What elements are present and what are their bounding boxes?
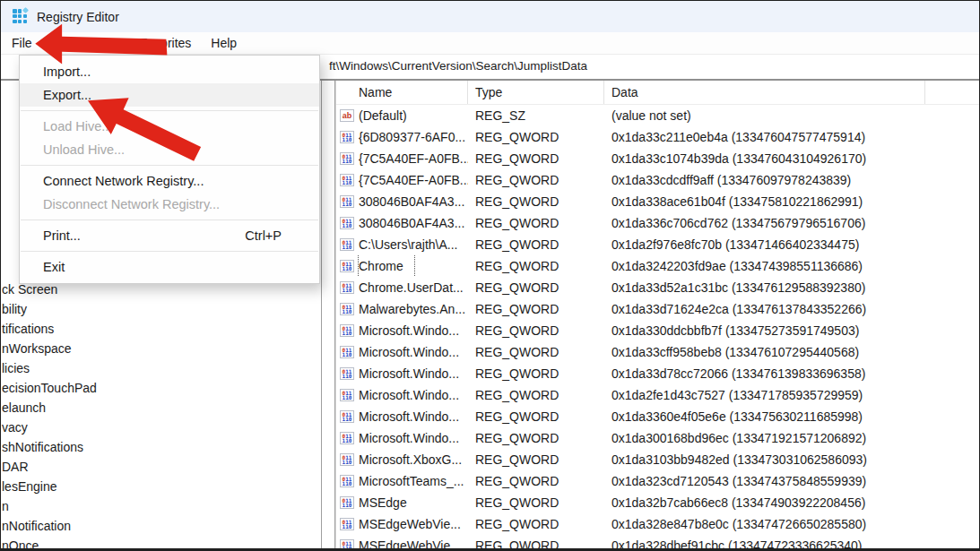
menu-item-shortcut: Ctrl+P bbox=[245, 224, 282, 247]
binary-value-icon: 011110 bbox=[340, 432, 354, 444]
value-type: REG_QWORD bbox=[468, 234, 604, 255]
tree-item[interactable]: ecisionTouchPad bbox=[2, 378, 97, 398]
value-name: Malwarebytes.An... bbox=[359, 298, 465, 320]
tree-item[interactable]: nWorkspace bbox=[2, 339, 97, 358]
tree-item[interactable]: bility bbox=[2, 299, 97, 319]
tree-item[interactable]: DAR bbox=[2, 457, 97, 477]
table-row[interactable]: 011110 Microsoft.Windo... REG_QWORD 0x1d… bbox=[336, 320, 979, 341]
value-data: 0x1da3360e4f05e6e (133475630211685998) bbox=[604, 406, 979, 427]
value-type: REG_QWORD bbox=[468, 470, 604, 492]
panel-splitter[interactable] bbox=[321, 81, 335, 548]
value-data: 0x1da33cdcdff9aff (133476097978243839) bbox=[604, 169, 979, 191]
binary-value-icon: 011110 bbox=[340, 152, 354, 165]
table-row[interactable]: 011110 Microsoft.XboxG... REG_QWORD 0x1d… bbox=[336, 449, 979, 470]
table-row[interactable]: 011110 {7C5A40EF-A0FB... REG_QWORD 0x1da… bbox=[336, 148, 979, 169]
binary-value-icon: 011110 bbox=[340, 260, 354, 272]
value-data: 0x1da33cff958beb8 (133476107295440568) bbox=[604, 341, 979, 363]
menu-item-label: Connect Network Registry... bbox=[43, 169, 204, 193]
value-name: Microsoft.Windo... bbox=[359, 384, 459, 406]
tree-item[interactable]: nOnce bbox=[2, 536, 97, 548]
menu-item-label: Unload Hive... bbox=[43, 138, 125, 161]
value-data: 0x1da328e847b8e0c (133474726650285580) bbox=[604, 513, 979, 535]
value-type: REG_SZ bbox=[468, 105, 604, 126]
value-name: MSEdgeWebVie... bbox=[359, 535, 461, 548]
table-row[interactable]: 011110 Microsoft.Windo... REG_QWORD 0x1d… bbox=[336, 427, 979, 449]
value-data: 0x1da33c211e0eb4a (133476047577475914) bbox=[604, 126, 979, 148]
value-data: 0x1da336c706cd762 (133475679796516706) bbox=[604, 212, 979, 234]
value-name: Microsoft.Windo... bbox=[359, 406, 459, 427]
column-header-name[interactable]: Name bbox=[336, 81, 468, 104]
table-row[interactable]: 011110 MSEdgeWebVie... REG_QWORD 0x1da32… bbox=[336, 535, 979, 548]
tree-item[interactable]: tifications bbox=[2, 319, 97, 339]
tree-item[interactable]: nNotification bbox=[2, 516, 97, 536]
menu-item-print[interactable]: Print... Ctrl+P bbox=[20, 224, 319, 247]
window-title: Registry Editor bbox=[37, 10, 119, 24]
menu-item-exit[interactable]: Exit bbox=[20, 255, 319, 279]
table-row[interactable]: 011110 MicrosoftTeams_... REG_QWORD 0x1d… bbox=[336, 470, 979, 492]
binary-value-icon: 011110 bbox=[340, 238, 354, 251]
tree-item[interactable]: n bbox=[2, 496, 97, 516]
column-header-data[interactable]: Data bbox=[604, 81, 925, 104]
table-row[interactable]: 011110 {6D809377-6AF0... REG_QWORD 0x1da… bbox=[336, 126, 979, 148]
value-data: 0x1da330ddcbbfb7f (133475273591749503) bbox=[604, 320, 979, 341]
table-row[interactable]: 011110 Microsoft.Windo... REG_QWORD 0x1d… bbox=[336, 406, 979, 427]
binary-value-icon: 011110 bbox=[340, 518, 354, 530]
table-row[interactable]: 011110 C:\Users\rajth\A... REG_QWORD 0x1… bbox=[336, 234, 979, 255]
table-row[interactable]: ab (Default) REG_SZ (value not set) bbox=[336, 105, 979, 126]
binary-value-icon: 011110 bbox=[340, 217, 354, 229]
value-type: REG_QWORD bbox=[468, 255, 604, 277]
table-row[interactable]: 011110 {7C5A40EF-A0FB... REG_QWORD 0x1da… bbox=[336, 169, 979, 191]
menu-item-connect-network-registry[interactable]: Connect Network Registry... bbox=[20, 169, 319, 193]
value-name: (Default) bbox=[359, 105, 407, 126]
table-row[interactable]: 011110 Chrome REG_QWORD 0x1da3242203fd9a… bbox=[336, 255, 979, 277]
value-data: 0x1da33d78cc72066 (133476139833696358) bbox=[604, 363, 979, 384]
binary-value-icon: 011110 bbox=[340, 131, 354, 143]
value-name: MicrosoftTeams_... bbox=[359, 470, 464, 492]
value-type: REG_QWORD bbox=[468, 148, 604, 169]
table-row[interactable]: 011110 Microsoft.Windo... REG_QWORD 0x1d… bbox=[336, 341, 979, 363]
value-type: REG_QWORD bbox=[468, 298, 604, 320]
value-data: 0x1da2f976e8fc70b (133471466402334475) bbox=[604, 234, 979, 255]
table-row[interactable]: 011110 MSEdge REG_QWORD 0x1da32b7cab66ec… bbox=[336, 492, 979, 513]
menubar-item-file[interactable]: File bbox=[2, 34, 42, 52]
table-row[interactable]: 011110 Chrome.UserDat... REG_QWORD 0x1da… bbox=[336, 277, 979, 298]
value-name: Microsoft.Windo... bbox=[359, 427, 459, 449]
menubar-item-edit[interactable]: Edit bbox=[42, 34, 83, 52]
menu-bar: FileEditViewFavoritesHelp bbox=[1, 32, 979, 55]
table-row[interactable]: 011110 308046B0AF4A3... REG_QWORD 0x1da3… bbox=[336, 191, 979, 212]
menu-item-unload-hive: Unload Hive... bbox=[20, 138, 319, 161]
value-type: REG_QWORD bbox=[468, 126, 604, 148]
value-type: REG_QWORD bbox=[468, 169, 604, 191]
table-row[interactable]: 011110 MSEdgeWebVie... REG_QWORD 0x1da32… bbox=[336, 513, 979, 535]
value-name: {7C5A40EF-A0FB... bbox=[359, 148, 468, 169]
binary-value-icon: 011110 bbox=[340, 496, 354, 509]
menu-item-import[interactable]: Import... bbox=[20, 60, 319, 83]
string-value-icon: ab bbox=[340, 109, 354, 122]
table-row[interactable]: 011110 308046B0AF4A3... REG_QWORD 0x1da3… bbox=[336, 212, 979, 234]
binary-value-icon: 011110 bbox=[340, 389, 354, 401]
table-row[interactable]: 011110 Malwarebytes.An... REG_QWORD 0x1d… bbox=[336, 298, 979, 320]
registry-path: ft\Windows\CurrentVersion\Search\Jumplis… bbox=[329, 59, 587, 73]
value-type: REG_QWORD bbox=[468, 320, 604, 341]
tree-item[interactable]: elaunch bbox=[2, 398, 97, 418]
menubar-item-help[interactable]: Help bbox=[201, 34, 247, 52]
menubar-item-favorites[interactable]: Favorites bbox=[130, 34, 202, 52]
binary-value-icon: 011110 bbox=[340, 475, 354, 487]
value-type: REG_QWORD bbox=[468, 427, 604, 449]
value-data: 0x1da328dbef91cbc (133474723336625340) bbox=[604, 535, 979, 548]
tree-item[interactable]: vacy bbox=[2, 418, 97, 437]
menu-item-label: Load Hive... bbox=[43, 115, 112, 138]
table-row[interactable]: 011110 Microsoft.Windo... REG_QWORD 0x1d… bbox=[336, 384, 979, 406]
value-name: {7C5A40EF-A0FB... bbox=[359, 169, 468, 191]
value-name: Microsoft.Windo... bbox=[359, 341, 459, 363]
tree-item[interactable]: shNotifications bbox=[2, 437, 97, 457]
column-header-type[interactable]: Type bbox=[468, 81, 604, 104]
value-data: 0x1da33d71624e2ca (133476137843352266) bbox=[604, 298, 979, 320]
value-type: REG_QWORD bbox=[468, 341, 604, 363]
table-row[interactable]: 011110 Microsoft.Windo... REG_QWORD 0x1d… bbox=[336, 363, 979, 384]
menu-item-export[interactable]: Export... bbox=[20, 83, 319, 107]
binary-value-icon: 011110 bbox=[340, 195, 354, 208]
tree-item[interactable]: lesEngine bbox=[2, 477, 97, 496]
menubar-item-view[interactable]: View bbox=[83, 34, 130, 52]
tree-item[interactable]: licies bbox=[2, 358, 97, 378]
